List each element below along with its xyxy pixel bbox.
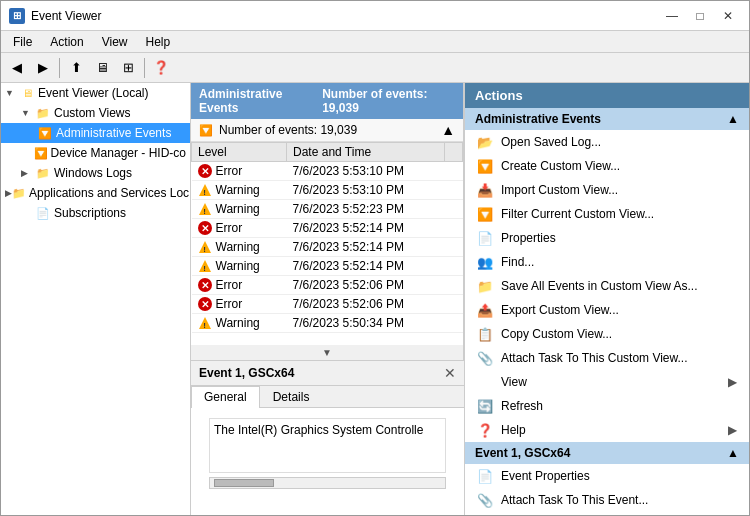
warning-icon: ! <box>198 202 212 216</box>
table-row[interactable]: ✕Error7/6/2023 5:52:06 PM <box>192 276 463 295</box>
folder-icon: 📁 <box>35 105 51 121</box>
table-row[interactable]: !Warning7/6/2023 5:52:23 PM <box>192 200 463 219</box>
action-icon-refresh: 🔄 <box>477 398 493 414</box>
event-detail-scroll-area[interactable]: The Intel(R) Graphics System Controlle <box>209 418 446 473</box>
sidebar-item-custom-views[interactable]: ▼ 📁 Custom Views <box>1 103 190 123</box>
menu-action[interactable]: Action <box>42 33 91 51</box>
toolbar-separator-2 <box>144 58 145 78</box>
actions-items-admin: 📂Open Saved Log...🔽Create Custom View...… <box>465 130 749 442</box>
action-label-import-custom-view: Import Custom View... <box>501 183 618 197</box>
action-item-event-properties[interactable]: 📄Event Properties <box>465 464 749 488</box>
sidebar-item-device-manager[interactable]: 🔽 Device Manager - HID-co <box>1 143 190 163</box>
menu-help[interactable]: Help <box>138 33 179 51</box>
table-row[interactable]: ✕Error7/6/2023 5:53:10 PM <box>192 162 463 181</box>
tab-details[interactable]: Details <box>260 386 323 407</box>
warning-icon: ! <box>198 316 212 330</box>
expand-icon: ▶ <box>21 168 35 178</box>
sidebar-label-device-manager: Device Manager - HID-co <box>51 146 186 160</box>
action-item-filter-current[interactable]: 🔽Filter Current Custom View... <box>465 202 749 226</box>
cell-level: !Warning <box>192 181 287 199</box>
error-icon: ✕ <box>198 278 212 292</box>
level-text: Error <box>216 164 243 178</box>
cell-datetime: 7/6/2023 5:52:06 PM <box>287 295 445 314</box>
action-item-help[interactable]: ❓Help▶ <box>465 418 749 442</box>
action-item-create-custom-view[interactable]: 🔽Create Custom View... <box>465 154 749 178</box>
toolbar-back[interactable]: ◀ <box>5 56 29 80</box>
toolbar: ◀ ▶ ⬆ 🖥 ⊞ ❓ <box>1 53 749 83</box>
action-label-save-all-events: Save All Events in Custom View As... <box>501 279 698 293</box>
level-text: Error <box>216 278 243 292</box>
maximize-button[interactable]: □ <box>687 6 713 26</box>
event-detail-header: Event 1, GSCx64 ✕ <box>191 361 464 386</box>
action-item-save-all-events[interactable]: 📁Save All Events in Custom View As... <box>465 274 749 298</box>
menu-view[interactable]: View <box>94 33 136 51</box>
table-row[interactable]: ✕Error7/6/2023 5:52:14 PM <box>192 219 463 238</box>
table-row[interactable]: !Warning7/6/2023 5:52:14 PM <box>192 257 463 276</box>
cell-datetime: 7/6/2023 5:52:14 PM <box>287 219 445 238</box>
event-detail-close-button[interactable]: ✕ <box>444 365 456 381</box>
tab-general[interactable]: General <box>191 386 260 408</box>
close-button[interactable]: ✕ <box>715 6 741 26</box>
cell-level: ✕Error <box>192 295 287 313</box>
error-icon: ✕ <box>198 221 212 235</box>
cell-level: ✕Error <box>192 219 287 237</box>
expand-icon: ▶ <box>5 188 12 198</box>
toolbar-help[interactable]: ❓ <box>149 56 173 80</box>
action-icon-filter-current: 🔽 <box>477 206 493 222</box>
svg-text:!: ! <box>203 245 206 254</box>
warning-icon: ! <box>198 259 212 273</box>
action-icon-open-saved-log: 📂 <box>477 134 493 150</box>
level-text: Warning <box>216 259 260 273</box>
toolbar-grid[interactable]: ⊞ <box>116 56 140 80</box>
svg-text:!: ! <box>203 188 206 197</box>
sidebar-item-windows-logs[interactable]: ▶ 📁 Windows Logs <box>1 163 190 183</box>
scroll-down-area[interactable]: ▼ <box>191 345 463 360</box>
action-item-find[interactable]: 👥Find... <box>465 250 749 274</box>
sidebar-item-subscriptions[interactable]: 📄 Subscriptions <box>1 203 190 223</box>
action-item-properties[interactable]: 📄Properties <box>465 226 749 250</box>
table-row[interactable]: !Warning7/6/2023 5:52:14 PM <box>192 238 463 257</box>
action-item-attach-task-event[interactable]: 📎Attach Task To This Event... <box>465 488 749 512</box>
level-text: Warning <box>216 316 260 330</box>
horizontal-scrollbar[interactable] <box>209 477 446 489</box>
action-item-attach-task[interactable]: 📎Attach Task To This Custom View... <box>465 346 749 370</box>
col-level: Level <box>192 143 287 162</box>
action-label-properties: Properties <box>501 231 556 245</box>
action-item-open-saved-log[interactable]: 📂Open Saved Log... <box>465 130 749 154</box>
toolbar-forward[interactable]: ▶ <box>31 56 55 80</box>
table-row[interactable]: !Warning7/6/2023 5:53:10 PM <box>192 181 463 200</box>
actions-section-event1[interactable]: Event 1, GSCx64 ▲ <box>465 442 749 464</box>
sidebar-item-applications-services[interactable]: ▶ 📁 Applications and Services Loc <box>1 183 190 203</box>
sidebar-label-custom-views: Custom Views <box>54 106 130 120</box>
action-item-import-custom-view[interactable]: 📥Import Custom View... <box>465 178 749 202</box>
action-item-refresh[interactable]: 🔄Refresh <box>465 394 749 418</box>
menu-file[interactable]: File <box>5 33 40 51</box>
action-label-refresh: Refresh <box>501 399 543 413</box>
minimize-button[interactable]: — <box>659 6 685 26</box>
cell-level: !Warning <box>192 314 287 332</box>
action-item-view[interactable]: View▶ <box>465 370 749 394</box>
cell-level: !Warning <box>192 257 287 275</box>
app-icon: ⊞ <box>9 8 25 24</box>
cell-level: ✕Error <box>192 276 287 294</box>
cell-datetime: 7/6/2023 5:52:06 PM <box>287 276 445 295</box>
cell-level: ✕Error <box>192 162 287 180</box>
action-item-export-custom-view[interactable]: 📤Export Custom View... <box>465 298 749 322</box>
events-table[interactable]: Level Date and Time ✕Error7/6/2023 5:53:… <box>191 142 463 345</box>
actions-section-admin-events[interactable]: Administrative Events ▲ <box>465 108 749 130</box>
toolbar-up[interactable]: ⬆ <box>64 56 88 80</box>
cell-level: !Warning <box>192 238 287 256</box>
main-content: ▼ 🖥 Event Viewer (Local) ▼ 📁 Custom View… <box>1 83 749 515</box>
scroll-up-arrow[interactable]: ▲ <box>441 122 455 138</box>
event-detail-body: The Intel(R) Graphics System Controlle <box>191 408 464 515</box>
table-row[interactable]: !Warning7/6/2023 5:50:34 PM <box>192 314 463 333</box>
sidebar-item-administrative-events[interactable]: 🔽 Administrative Events <box>1 123 190 143</box>
table-row[interactable]: ✕Error7/6/2023 5:52:06 PM <box>192 295 463 314</box>
level-text: Warning <box>216 183 260 197</box>
action-label-copy-custom-view: Copy Custom View... <box>501 327 612 341</box>
col-scrollbar <box>445 143 463 162</box>
toolbar-computer[interactable]: 🖥 <box>90 56 114 80</box>
section-admin-collapse-icon: ▲ <box>727 112 739 126</box>
action-item-copy-custom-view[interactable]: 📋Copy Custom View... <box>465 322 749 346</box>
sidebar-item-event-viewer-local[interactable]: ▼ 🖥 Event Viewer (Local) <box>1 83 190 103</box>
